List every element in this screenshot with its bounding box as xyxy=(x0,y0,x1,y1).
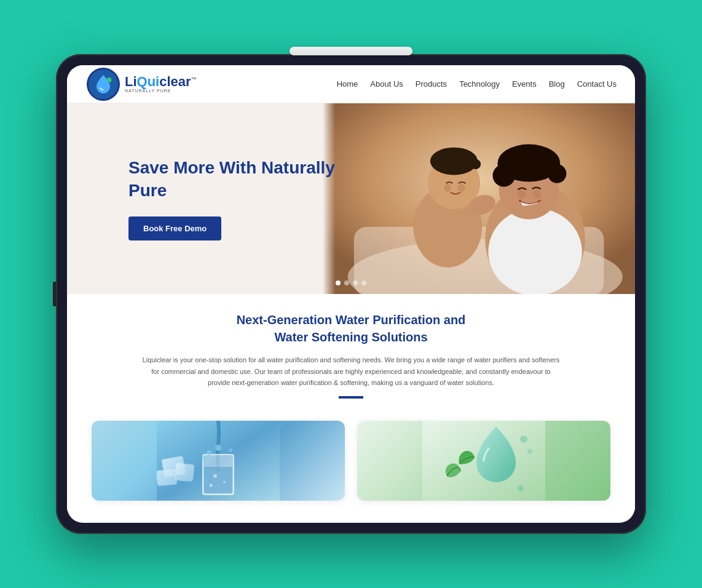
info-section: Next-Generation Water Purification and W… xyxy=(67,294,635,411)
svg-point-39 xyxy=(203,456,207,460)
svg-point-33 xyxy=(213,474,217,478)
accent-line xyxy=(339,396,363,399)
nav-events[interactable]: Events xyxy=(512,79,537,89)
tablet-screen: LiQuiclear™ NATURALLY PURE Home About Us… xyxy=(67,65,635,523)
svg-point-20 xyxy=(492,164,515,187)
svg-point-34 xyxy=(223,481,226,483)
nav-contact[interactable]: Contact Us xyxy=(577,79,617,89)
logo-area: LiQuiclear™ NATURALLY PURE xyxy=(85,66,197,102)
svg-point-14 xyxy=(488,208,582,294)
svg-point-23 xyxy=(517,190,526,199)
side-button xyxy=(53,282,56,306)
tablet-device: LiQuiclear™ NATURALLY PURE Home About Us… xyxy=(56,54,646,534)
nav-home[interactable]: Home xyxy=(337,79,358,89)
carousel-dots xyxy=(336,280,366,285)
svg-point-10 xyxy=(471,159,481,169)
card-water-eco[interactable] xyxy=(357,421,610,501)
svg-point-22 xyxy=(529,148,546,165)
svg-point-9 xyxy=(457,151,469,163)
cards-section xyxy=(67,411,635,511)
nav-blog[interactable]: Blog xyxy=(549,79,565,89)
hero-title: Save More With Naturally Pure xyxy=(128,157,337,202)
svg-point-11 xyxy=(444,185,451,192)
card-2-image xyxy=(357,421,610,501)
info-description: Liquiclear is your one-stop solution for… xyxy=(142,354,560,389)
svg-rect-29 xyxy=(175,463,194,482)
hero-image xyxy=(323,103,635,294)
nav-technology[interactable]: Technology xyxy=(459,79,500,89)
hero-content: Save More With Naturally Pure Book Free … xyxy=(104,132,362,265)
svg-point-42 xyxy=(527,449,532,454)
hero-photo xyxy=(323,103,635,294)
logo-tm: ™ xyxy=(191,76,197,82)
nav-products[interactable]: Products xyxy=(416,79,447,89)
svg-point-24 xyxy=(532,190,541,199)
hero-illustration xyxy=(323,103,635,294)
svg-point-35 xyxy=(210,484,213,487)
svg-point-19 xyxy=(548,164,566,183)
logo-tagline: NATURALLY PURE xyxy=(125,89,197,93)
hero-cta-button[interactable]: Book Free Demo xyxy=(128,217,221,240)
carousel-dot-1[interactable] xyxy=(336,280,341,285)
svg-point-21 xyxy=(510,148,530,169)
hero-section: Book Free Demo Save More With Naturally … xyxy=(67,103,635,294)
svg-point-41 xyxy=(520,435,527,443)
logo-name: LiQuiclear™ xyxy=(125,75,197,89)
card-1-image xyxy=(92,421,345,501)
svg-point-36 xyxy=(207,450,211,455)
svg-point-12 xyxy=(457,185,465,192)
nav-about[interactable]: About Us xyxy=(370,79,403,89)
svg-point-8 xyxy=(434,151,449,165)
info-title: Next-Generation Water Purification and W… xyxy=(92,311,610,346)
stylus xyxy=(290,47,412,55)
svg-point-43 xyxy=(518,485,524,491)
svg-rect-30 xyxy=(157,469,177,487)
website-content: LiQuiclear™ NATURALLY PURE Home About Us… xyxy=(67,65,635,523)
svg-point-38 xyxy=(215,445,221,451)
svg-rect-32 xyxy=(204,467,232,493)
carousel-dot-2[interactable] xyxy=(344,280,349,285)
logo-icon xyxy=(85,66,121,102)
carousel-dot-4[interactable] xyxy=(361,280,366,285)
card-1-illustration xyxy=(157,421,280,501)
card-water-purifier[interactable] xyxy=(92,421,345,501)
svg-point-37 xyxy=(229,448,232,452)
card-2-illustration xyxy=(422,421,545,501)
main-nav: Home About Us Products Technology Events… xyxy=(337,79,617,89)
site-header: LiQuiclear™ NATURALLY PURE Home About Us… xyxy=(67,65,635,103)
carousel-dot-3[interactable] xyxy=(353,280,358,285)
logo-wordmark: LiQuiclear™ NATURALLY PURE xyxy=(125,75,197,93)
